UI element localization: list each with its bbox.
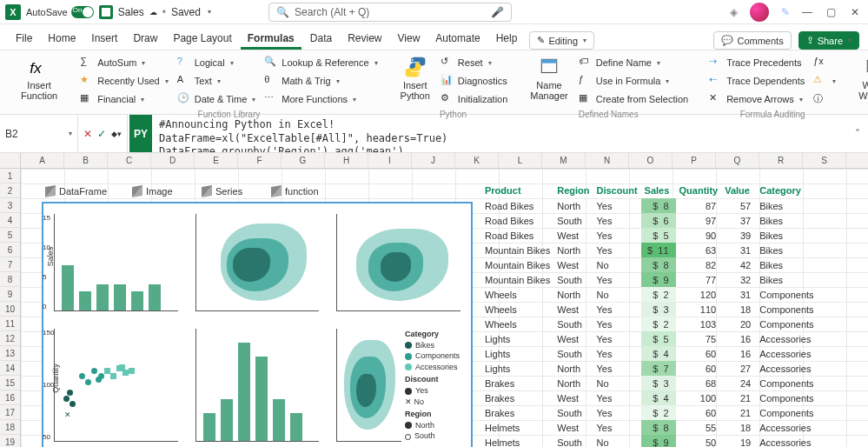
table-header[interactable]: Value (721, 183, 756, 198)
col-header[interactable]: S (803, 153, 846, 168)
row-header[interactable]: 18 (0, 420, 20, 435)
col-header[interactable]: C (108, 153, 151, 168)
tab-insert[interactable]: Insert (84, 27, 124, 50)
col-header[interactable]: R (759, 153, 803, 168)
row-header[interactable]: 14 (0, 361, 20, 376)
autosave-toggle[interactable]: AutoSave (26, 6, 94, 18)
tab-view[interactable]: View (391, 27, 427, 50)
table-row[interactable]: LightsSouthYes$ 46016Accessories (481, 346, 820, 361)
avatar[interactable] (750, 3, 769, 22)
col-header[interactable]: H (325, 153, 368, 168)
col-header[interactable]: G (282, 153, 325, 168)
define-name-button[interactable]: 🏷Define Name▾ (575, 54, 692, 71)
col-header[interactable]: Q (716, 153, 759, 168)
expand-formula-bar[interactable]: ˄ (847, 115, 868, 152)
cancel-icon[interactable]: ✕ (83, 128, 92, 140)
table-header[interactable]: Discount (593, 183, 641, 198)
row-header[interactable]: 19 (0, 435, 20, 447)
tab-draw[interactable]: Draw (126, 27, 164, 50)
table-row[interactable]: Mountain BikesNorthYes$ 116331Bikes (481, 243, 820, 257)
financial-button[interactable]: ▦Financial▾ (76, 90, 172, 108)
row-header[interactable]: 3 (0, 198, 20, 213)
table-header[interactable]: Product (481, 183, 553, 198)
table-row[interactable]: HelmetsSouthNo$ 95019Accessories (481, 435, 820, 447)
maximize-button[interactable]: ▢ (826, 6, 838, 18)
show-formulas-button[interactable]: ƒx (810, 54, 839, 71)
table-row[interactable]: WheelsSouthYes$ 210320Components (481, 317, 820, 331)
tab-data[interactable]: Data (303, 27, 339, 50)
row-header[interactable]: 5 (0, 228, 20, 243)
table-row[interactable]: LightsWestYes$ 57516Accessories (481, 331, 820, 346)
editing-mode[interactable]: ✎Editing▾ (529, 31, 594, 50)
create-from-selection-button[interactable]: ▦Create from Selection (575, 90, 692, 108)
col-header[interactable]: B (64, 153, 108, 168)
initialization-button[interactable]: ⚙Initialization (437, 90, 511, 108)
python-chart-output[interactable]: Sales 151050 (42, 202, 473, 447)
col-header[interactable]: K (455, 153, 499, 168)
formula-input[interactable]: #Announcing Python in Excel! DataFrame=x… (152, 115, 847, 152)
grid-body[interactable]: DataFrame Image Series function Sales 15… (21, 169, 868, 447)
name-box[interactable]: B2▾ (0, 115, 78, 152)
confirm-icon[interactable]: ✓ (97, 128, 106, 140)
text-button[interactable]: AText▾ (174, 72, 260, 90)
row-header[interactable]: 1 (0, 169, 20, 183)
table-row[interactable]: Road BikesWestYes$ 59039Bikes (481, 228, 820, 243)
tab-pagelayout[interactable]: Page Layout (166, 27, 238, 50)
table-header[interactable]: Sales (641, 183, 676, 198)
insert-python-button[interactable]: Insert Python (395, 54, 435, 108)
row-header[interactable]: 11 (0, 317, 20, 331)
search-input[interactable]: 🔍 Search (Alt + Q) 🎤 (268, 3, 512, 22)
row-header[interactable]: 4 (0, 213, 20, 228)
row-header[interactable]: 15 (0, 376, 20, 390)
autosum-button[interactable]: ∑AutoSum▾ (76, 54, 172, 71)
use-in-formula-button[interactable]: ƒUse in Formula▾ (575, 72, 692, 90)
row-header[interactable]: 10 (0, 302, 20, 317)
datetime-button[interactable]: 🕒Date & Time▾ (174, 90, 260, 108)
cell-image[interactable]: Image (130, 183, 173, 198)
col-header[interactable]: O (629, 153, 673, 168)
row-header[interactable]: 7 (0, 257, 20, 272)
evaluate-formula-button[interactable]: ⓘ (810, 90, 839, 108)
table-row[interactable]: WheelsWestYes$ 311018Components (481, 302, 820, 317)
cell-dataframe[interactable]: DataFrame (43, 183, 107, 198)
insert-function-button[interactable]: fx Insert Function (16, 54, 63, 103)
select-all-corner[interactable] (0, 153, 20, 169)
table-row[interactable]: BrakesWestYes$ 410021Components (481, 390, 820, 405)
filename[interactable]: Sales (118, 6, 144, 18)
minimize-button[interactable]: — (802, 6, 814, 18)
watch-window-button[interactable]: Watch Window (853, 54, 868, 103)
table-row[interactable]: Mountain BikesWestNo$ 88242Bikes (481, 257, 820, 272)
col-header[interactable]: E (195, 153, 238, 168)
recently-used-button[interactable]: ★Recently Used▾ (76, 72, 172, 90)
table-row[interactable]: Road BikesNorthYes$ 88757Bikes (481, 198, 820, 213)
diagnostics-button[interactable]: 📊Diagnostics (437, 72, 511, 90)
comments-button[interactable]: 💬Comments (713, 31, 791, 50)
row-header[interactable]: 16 (0, 390, 20, 405)
tab-formulas[interactable]: Formulas (241, 27, 301, 50)
row-header[interactable]: 6 (0, 243, 20, 257)
col-header[interactable]: M (542, 153, 586, 168)
row-header[interactable]: 17 (0, 405, 20, 420)
trace-dependents-button[interactable]: ⇠Trace Dependents (706, 72, 808, 90)
error-checking-button[interactable]: ⚠▾ (810, 72, 839, 90)
table-header[interactable]: Category (756, 183, 820, 198)
name-manager-button[interactable]: Name Manager (525, 54, 573, 108)
data-table[interactable]: ProductRegionDiscountSalesQuantityValueC… (481, 183, 820, 447)
close-button[interactable]: ✕ (851, 6, 863, 18)
table-row[interactable]: LightsNorthYes$ 76027Accessories (481, 361, 820, 376)
more-functions-button[interactable]: ⋯More Functions▾ (261, 90, 381, 108)
col-header[interactable]: D (151, 153, 195, 168)
logical-button[interactable]: ?Logical▾ (174, 54, 260, 71)
table-header[interactable]: Region (553, 183, 593, 198)
table-row[interactable]: Road BikesSouthYes$ 69737Bikes (481, 213, 820, 228)
table-header[interactable]: Quantity (676, 183, 722, 198)
row-header[interactable]: 9 (0, 287, 20, 302)
table-row[interactable]: BrakesNorthNo$ 36824Components (481, 376, 820, 390)
row-header[interactable]: 8 (0, 272, 20, 287)
pen-icon[interactable]: ✎ (781, 6, 790, 18)
col-header[interactable]: P (673, 153, 716, 168)
tab-automate[interactable]: Automate (428, 27, 487, 50)
col-header[interactable]: A (21, 153, 64, 168)
tab-help[interactable]: Help (489, 27, 525, 50)
col-header[interactable]: J (412, 153, 455, 168)
